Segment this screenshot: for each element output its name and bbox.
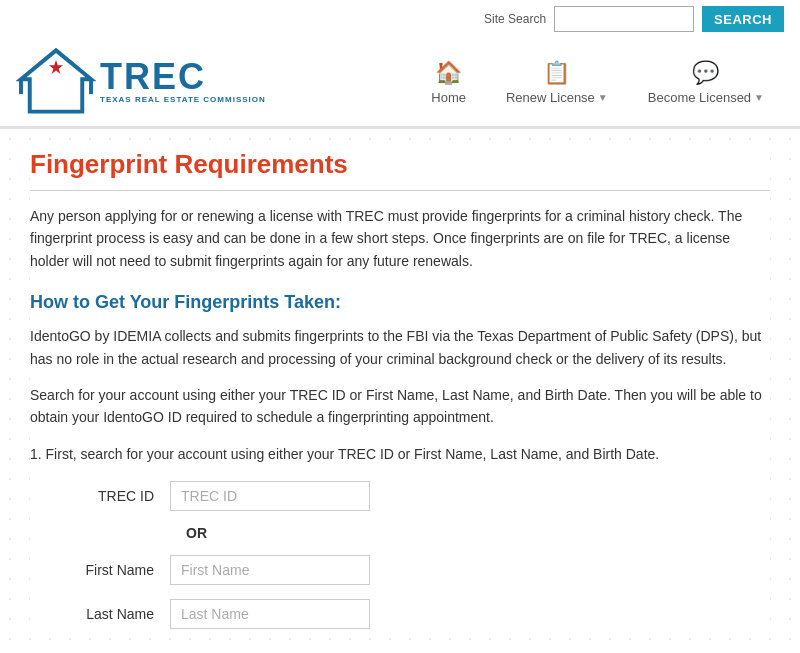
last-name-label: Last Name [30, 606, 170, 622]
svg-marker-0 [21, 50, 91, 111]
nav-home[interactable]: 🏠 Home [411, 48, 486, 118]
section-title: How to Get Your Fingerprints Taken: [30, 292, 770, 313]
nav-become-licensed[interactable]: 💬 Become Licensed ▼ [628, 48, 784, 118]
become-licensed-icon: 💬 [692, 60, 719, 86]
site-header: TREC TEXAS REAL ESTATE COMMISSION 🏠 Home… [0, 36, 800, 129]
nav-renew-label: Renew License ▼ [506, 90, 608, 105]
main-nav: 🏠 Home 📋 Renew License ▼ 💬 Become Licens… [411, 48, 784, 115]
content-box: Fingerprint Requirements Any person appl… [30, 149, 770, 629]
nav-become-label: Become Licensed ▼ [648, 90, 764, 105]
trec-id-input[interactable] [170, 481, 370, 511]
or-separator: OR [30, 525, 770, 541]
page-title: Fingerprint Requirements [30, 149, 770, 191]
top-search-bar: Site Search SEARCH [0, 0, 800, 36]
logo-area[interactable]: TREC TEXAS REAL ESTATE COMMISSION [16, 36, 266, 126]
home-icon: 🏠 [435, 60, 462, 86]
site-search-label: Site Search [484, 12, 546, 26]
trec-logo-house-icon [16, 46, 96, 116]
first-name-input[interactable] [170, 555, 370, 585]
body-paragraph-2: Search for your account using either you… [30, 384, 770, 429]
step-1-text: 1. First, search for your account using … [30, 443, 770, 465]
logo-subtitle-text: TEXAS REAL ESTATE COMMISSION [100, 95, 266, 104]
logo-trec-text: TREC [100, 59, 266, 95]
renew-license-icon: 📋 [543, 60, 570, 86]
first-name-label: First Name [30, 562, 170, 578]
body-paragraph-1: IdentoGO by IDEMIA collects and submits … [30, 325, 770, 370]
main-content: Fingerprint Requirements Any person appl… [0, 129, 800, 653]
trec-id-row: TREC ID [30, 481, 770, 511]
trec-id-label: TREC ID [30, 488, 170, 504]
svg-marker-3 [49, 60, 63, 74]
nav-renew-license[interactable]: 📋 Renew License ▼ [486, 48, 628, 118]
become-caret-icon: ▼ [754, 92, 764, 103]
last-name-input[interactable] [170, 599, 370, 629]
last-name-row: Last Name [30, 599, 770, 629]
site-search-button[interactable]: SEARCH [702, 6, 784, 32]
logo-text: TREC TEXAS REAL ESTATE COMMISSION [100, 59, 266, 104]
first-name-row: First Name [30, 555, 770, 585]
site-search-input[interactable] [554, 6, 694, 32]
renew-caret-icon: ▼ [598, 92, 608, 103]
nav-home-label: Home [431, 90, 466, 105]
intro-paragraph: Any person applying for or renewing a li… [30, 205, 770, 272]
